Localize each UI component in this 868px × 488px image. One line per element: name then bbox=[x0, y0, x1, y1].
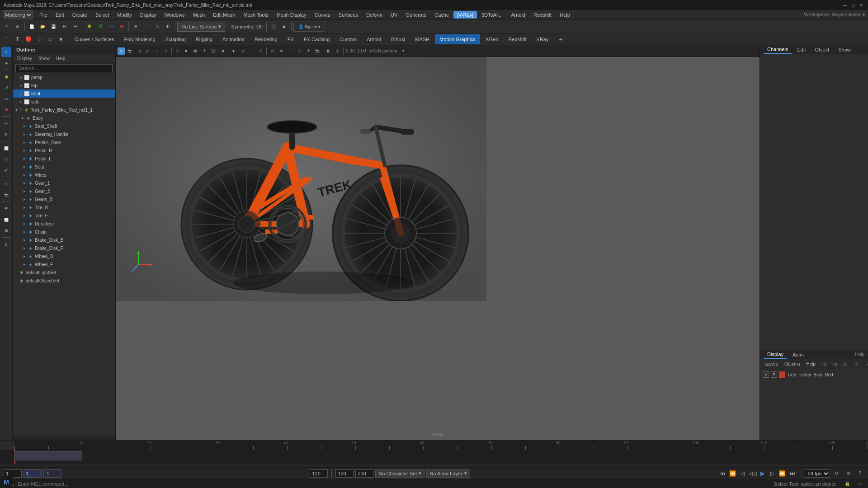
vp-solid-btn[interactable]: ■ bbox=[182, 47, 190, 55]
tab-motion-graphics[interactable]: Motion Graphics bbox=[435, 34, 480, 44]
status-warning-btn[interactable]: ⚠ bbox=[855, 479, 864, 488]
select-tool[interactable]: ↖ bbox=[1, 47, 11, 57]
paint-tool[interactable]: 🖌 bbox=[1, 165, 11, 175]
menu-help[interactable]: Help bbox=[556, 11, 574, 19]
play-backwards-btn[interactable]: ◁◁ bbox=[748, 469, 757, 478]
icon-surface[interactable]: ◫ bbox=[45, 34, 55, 44]
timeline-ruler[interactable]: 0102030405060708090100110120 bbox=[0, 441, 868, 450]
vp-color-settings-btn[interactable]: ▾ bbox=[399, 47, 407, 55]
quick-sel-tool[interactable]: ⊕ bbox=[1, 179, 11, 189]
last-tool[interactable]: ⊕ bbox=[1, 104, 11, 114]
menu-file[interactable]: File bbox=[36, 11, 51, 19]
layer-phong-btn[interactable]: P bbox=[771, 371, 777, 378]
layers-tool[interactable]: ☰ bbox=[1, 204, 11, 214]
current-frame-input[interactable] bbox=[24, 469, 42, 478]
camera-tool[interactable]: 📷 bbox=[1, 190, 11, 200]
show-manip-tool[interactable]: ⊠ bbox=[1, 129, 11, 139]
soft-select-tool[interactable]: ◎ bbox=[1, 118, 11, 128]
menu-curves[interactable]: Curves bbox=[311, 11, 334, 19]
go-end-btn[interactable]: ⏭ bbox=[788, 469, 797, 478]
object-tab[interactable]: Object bbox=[811, 46, 833, 53]
vp-joints-btn[interactable]: ⊕ bbox=[277, 47, 285, 55]
end-frame-input[interactable] bbox=[335, 469, 354, 478]
tree-item-derailleur[interactable]: ▸ ◈ Derailleur bbox=[13, 220, 115, 228]
tab-redshift[interactable]: Redshift bbox=[504, 34, 531, 44]
layer-options-menu[interactable]: Options bbox=[782, 361, 802, 367]
tree-item-wires[interactable]: ▸ ◈ Wires bbox=[13, 171, 115, 179]
prev-keyframe-btn[interactable]: ⏪ bbox=[728, 469, 737, 478]
tree-item-steering[interactable]: ▸ ◈ Steering_Handle bbox=[13, 130, 115, 138]
timeline-track[interactable]: 0102030405060708090100110120 bbox=[14, 441, 866, 450]
tree-item-chain[interactable]: ▸ ◈ Chain bbox=[13, 228, 115, 236]
universal-manip-btn[interactable]: ⊕ bbox=[117, 22, 127, 32]
tab-vray[interactable]: VRay bbox=[532, 34, 553, 44]
redo-btn[interactable]: ↪ bbox=[70, 22, 80, 32]
vp-dof-btn[interactable]: ◎ bbox=[239, 47, 247, 55]
body-expand-btn[interactable]: ▸ bbox=[22, 116, 24, 120]
menu-create[interactable]: Create bbox=[69, 11, 91, 19]
layer-vis-btn[interactable]: V bbox=[763, 371, 769, 378]
tree-item-side[interactable]: ▸ ⬜ side bbox=[13, 98, 115, 106]
undo-btn[interactable]: ↩ bbox=[59, 22, 69, 32]
tree-item-front[interactable]: ▸ ⬜ front bbox=[13, 89, 115, 98]
tree-item-seat-shaft[interactable]: ▸ ◈ Seat_Shaft bbox=[13, 122, 115, 130]
layer-fwd-btn[interactable]: ▷ bbox=[841, 359, 851, 369]
add-tab-btn[interactable]: + bbox=[556, 34, 566, 44]
anim-layer-tab[interactable]: Anim bbox=[789, 351, 807, 358]
vp-render-btn[interactable]: ⬛ bbox=[209, 47, 217, 55]
vp-light-btn[interactable]: ☀ bbox=[200, 47, 208, 55]
menu-uv[interactable]: UV bbox=[387, 11, 401, 19]
icon-text[interactable]: T bbox=[13, 34, 23, 44]
icon-poly[interactable]: ⬡ bbox=[34, 34, 44, 44]
menu-cache[interactable]: Cache bbox=[431, 11, 453, 19]
workspace-selector[interactable]: Modeling bbox=[3, 10, 33, 19]
vp-motion-blur-btn[interactable]: ◌ bbox=[248, 47, 256, 55]
minimize-btn[interactable]: — bbox=[842, 2, 848, 8]
sculpt-tool[interactable]: ⬡ bbox=[1, 154, 11, 164]
snap-point-btn[interactable]: ◎ bbox=[152, 22, 162, 32]
help-btn[interactable]: ? bbox=[855, 469, 864, 478]
vp-xray-btn[interactable]: ◫ bbox=[334, 47, 342, 55]
no-character-set-btn[interactable]: No Character Set ▾ bbox=[375, 469, 425, 478]
loop-btn[interactable]: ↻ bbox=[832, 469, 841, 478]
vp-locators-btn[interactable]: ✛ bbox=[304, 47, 312, 55]
outliner-tree[interactable]: ▸ ⬜ persp ▸ ⬜ top ▸ ⬜ front ▸ ⬜ side bbox=[13, 73, 115, 436]
menu-arnold[interactable]: Arnold bbox=[507, 11, 529, 19]
vp-key-btn[interactable]: ⬦ bbox=[153, 47, 161, 55]
menu-deform[interactable]: Deform bbox=[363, 11, 386, 19]
tab-rendering[interactable]: Rendering bbox=[250, 34, 282, 44]
menu-mesh-display[interactable]: Mesh Display bbox=[273, 11, 310, 19]
icon-deform[interactable]: ▣ bbox=[56, 34, 66, 44]
prev-frame-btn[interactable]: ◁ bbox=[738, 469, 747, 478]
next-keyframe-btn[interactable]: ⏩ bbox=[778, 469, 787, 478]
menu-edit-mesh[interactable]: Edit Mesh bbox=[209, 11, 239, 19]
end-frame-range-input[interactable] bbox=[310, 469, 328, 478]
vp-cameras-btn[interactable]: 📷 bbox=[313, 47, 321, 55]
group-expand-btn[interactable]: ▾ bbox=[15, 108, 18, 112]
icon-curves-surfaces[interactable]: ⌒ bbox=[2, 34, 12, 44]
rotate-tool[interactable]: ↺ bbox=[1, 83, 11, 93]
layer-end-btn[interactable]: ⇥ bbox=[863, 359, 868, 369]
snap-grid-btn[interactable]: ⊞ bbox=[131, 22, 141, 32]
ipr-btn[interactable]: ▶ bbox=[279, 22, 289, 32]
vp-next-frame-btn[interactable]: ▷ bbox=[144, 47, 152, 55]
tree-item-seat[interactable]: ▸ ◈ Seat bbox=[13, 163, 115, 171]
tree-item-gear2[interactable]: ▸ ◈ Gear_2 bbox=[13, 187, 115, 195]
edit-tab[interactable]: Edit bbox=[793, 46, 809, 53]
move-tool[interactable]: ✥ bbox=[1, 72, 11, 82]
save-scene-btn[interactable]: 💾 bbox=[48, 22, 58, 32]
tree-item-pedals-gear[interactable]: ▸ ◈ Pedals_Gear bbox=[13, 138, 115, 146]
close-btn[interactable]: ✕ bbox=[858, 2, 864, 8]
layer-prev-btn[interactable]: ◁ bbox=[819, 359, 829, 369]
tab-rigging[interactable]: Rigging bbox=[191, 34, 217, 44]
vp-show-grid-btn[interactable]: ⊡ bbox=[268, 47, 276, 55]
tree-item-persp[interactable]: ▸ ⬜ persp bbox=[13, 73, 115, 81]
vp-breakdown-btn[interactable]: ◇ bbox=[162, 47, 170, 55]
menu-generate[interactable]: Generate bbox=[402, 11, 430, 19]
vp-select-btn[interactable]: ■ bbox=[118, 47, 125, 55]
tab-custom[interactable]: Custom bbox=[335, 34, 361, 44]
tree-item-body[interactable]: ▸ ◈ Body bbox=[13, 114, 115, 122]
outliner-display-menu[interactable]: Display bbox=[14, 56, 35, 61]
menu-redshift[interactable]: Redshift bbox=[530, 11, 555, 19]
outliner-scrollbar[interactable] bbox=[13, 436, 115, 440]
